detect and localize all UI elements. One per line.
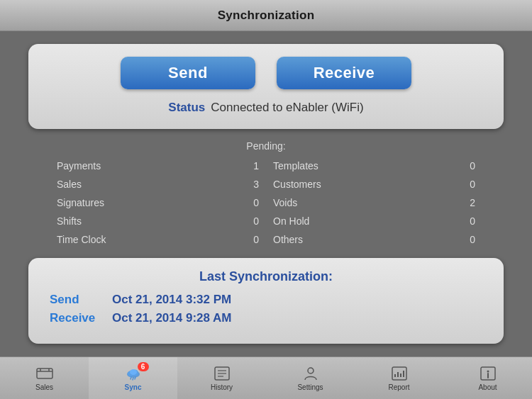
sales-icon [35,366,55,381]
list-item: Time Clock 0 [43,232,266,247]
pending-grid: Payments 1 Sales 3 Signatures 0 Shifts 0… [43,159,489,247]
header-title: Synchronization [218,9,315,23]
svg-line-9 [133,378,133,380]
list-item: Payments 1 [43,159,266,173]
pending-label-customers: Customers [273,179,321,190]
svg-point-22 [487,370,489,372]
list-item: Signatures 0 [43,196,266,210]
list-item: Voids 2 [266,196,489,210]
pending-label-timeclock: Time Clock [57,234,106,245]
tab-history[interactable]: History [177,357,266,399]
send-sync-row: Send Oct 21, 2014 3:32 PM [50,293,482,307]
svg-point-15 [308,368,314,373]
report-icon [389,366,409,381]
pending-label-voids: Voids [273,197,297,208]
button-row: Send Receive [45,57,487,89]
top-card: Send Receive Status Connected to eNabler… [28,44,504,129]
list-item: Shifts 0 [43,214,266,228]
pending-value-timeclock: 0 [245,234,259,245]
pending-value-signatures: 0 [245,197,259,208]
pending-right-col: Templates 0 Customers 0 Voids 2 On Hold … [266,159,489,247]
pending-value-templates: 0 [461,160,475,172]
send-sync-label: Send [50,293,101,307]
tab-label-sync: Sync [125,383,142,391]
pending-label-others: Others [273,234,303,245]
pending-value-onhold: 0 [461,215,475,227]
list-item: Sales 3 [43,177,266,191]
pending-value-payments: 1 [245,160,259,172]
pending-value-shifts: 0 [245,215,259,227]
sync-badge: 6 [138,362,149,371]
pending-left-col: Payments 1 Sales 3 Signatures 0 Shifts 0… [43,159,266,247]
tab-bar: Sales 6 Sync [0,356,532,399]
settings-icon [301,366,321,381]
pending-label-signatures: Signatures [57,197,104,208]
svg-rect-0 [37,369,52,378]
tab-label-settings: Settings [297,383,323,391]
header: Synchronization [0,0,532,31]
main-content: Send Receive Status Connected to eNabler… [0,31,532,356]
pending-label-shifts: Shifts [57,215,82,227]
tab-settings[interactable]: Settings [266,357,355,399]
status-row: Status Connected to eNabler (WiFi) [45,101,487,115]
about-icon [478,366,498,381]
tab-sync[interactable]: 6 Sync [89,357,177,399]
pending-value-voids: 2 [461,197,475,208]
tab-label-sales: Sales [35,383,53,391]
receive-sync-label: Receive [50,311,101,325]
tab-label-history: History [211,383,233,391]
tab-report[interactable]: Report [355,357,443,399]
pending-section: Pending: Payments 1 Sales 3 Signatures 0… [28,140,504,247]
pending-label-sales: Sales [57,179,82,190]
pending-label-payments: Payments [57,160,101,172]
list-item: On Hold 0 [266,214,489,228]
last-sync-title: Last Synchronization: [50,269,482,284]
list-item: Others 0 [266,232,489,247]
status-value: Connected to eNabler (WiFi) [211,101,363,115]
pending-label-onhold: On Hold [273,215,309,227]
send-sync-value: Oct 21, 2014 3:32 PM [112,293,231,307]
receive-sync-value: Oct 21, 2014 9:28 AM [112,311,232,325]
pending-label-templates: Templates [273,160,318,172]
tab-label-report: Report [388,383,409,391]
pending-value-sales: 3 [245,179,259,190]
pending-header: Pending: [43,140,489,152]
history-icon [212,366,232,381]
tab-about[interactable]: About [443,357,532,399]
receive-sync-row: Receive Oct 21, 2014 9:28 AM [50,311,482,325]
receive-button[interactable]: Receive [277,57,411,89]
status-label: Status [168,101,205,115]
svg-point-7 [130,369,137,375]
svg-line-8 [131,377,131,379]
tab-label-about: About [478,383,497,391]
send-button[interactable]: Send [121,57,255,89]
pending-value-customers: 0 [461,179,475,190]
sync-icon: 6 [123,366,143,381]
last-sync-card: Last Synchronization: Send Oct 21, 2014 … [28,258,504,344]
tab-sales[interactable]: Sales [0,357,89,399]
pending-value-others: 0 [461,234,475,245]
list-item: Customers 0 [266,177,489,191]
list-item: Templates 0 [266,159,489,173]
svg-line-10 [135,377,135,379]
